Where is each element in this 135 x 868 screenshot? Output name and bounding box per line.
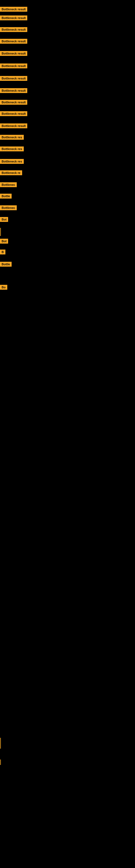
bottleneck-badge-container: Bo: [0, 285, 7, 291]
bottleneck-badge-container: Bottlenec: [0, 205, 17, 211]
bottleneck-badge: Bottleneck res: [0, 135, 24, 140]
bottleneck-badge: Bot: [0, 217, 8, 222]
site-title: [0, 1, 135, 4]
bottleneck-badge-container: Bottlenec: [0, 182, 17, 188]
bottleneck-badge: Bo: [0, 285, 7, 290]
bottleneck-badge-container: Bot: [0, 217, 8, 223]
bottleneck-badge: Bottleneck result: [0, 39, 27, 44]
bottleneck-badge-container: Bottleneck re: [0, 170, 22, 176]
bottleneck-badge-container: B: [0, 250, 5, 255]
bottleneck-badge: Bottleneck res: [0, 159, 24, 164]
bottleneck-badge-container: Bottleneck result: [0, 39, 27, 45]
bottleneck-badge: Bottle: [0, 194, 12, 198]
bottleneck-badge: Bottleneck result: [0, 27, 27, 32]
bottleneck-badge: Bottleneck result: [0, 111, 27, 116]
bottleneck-badge-container: Bottleneck result: [0, 7, 27, 13]
bottleneck-badge-container: Bottleneck result: [0, 111, 27, 117]
bottleneck-badge-container: Bottleneck res: [0, 135, 24, 141]
bottleneck-badge-container: Bottleneck res: [0, 147, 24, 152]
bottleneck-badge-container: Bottleneck res: [0, 159, 24, 165]
bottleneck-badge-container: Bottleneck result: [0, 51, 27, 57]
bottleneck-badge-container: Bottleneck result: [0, 88, 27, 94]
bottleneck-badge-container: Bottleneck result: [0, 27, 27, 33]
bottleneck-badge: Bottlenec: [0, 182, 17, 187]
bottleneck-badge: Bottleneck result: [0, 100, 27, 105]
bottleneck-badge-container: Bottleneck result: [0, 123, 27, 129]
bottleneck-badge-container: Bottle: [0, 194, 12, 199]
bottleneck-badge: Bottleneck result: [0, 16, 27, 20]
bottleneck-badge: Bottleneck result: [0, 88, 27, 93]
bottleneck-badge-container: Bottleneck result: [0, 100, 27, 106]
bottleneck-badge-container: Bottleneck result: [0, 16, 27, 22]
bottleneck-badge-container: Bottle: [0, 262, 12, 268]
bottleneck-badge: Bottleneck result: [0, 51, 27, 56]
bottleneck-badge: B: [0, 250, 5, 254]
bottleneck-badge-container: Bottleneck result: [0, 76, 27, 82]
bottleneck-badge-container: Bot: [0, 239, 8, 245]
bottleneck-badge: Bottleneck res: [0, 147, 24, 151]
bottleneck-badge: Bottleneck result: [0, 123, 27, 128]
vertical-line: [0, 228, 1, 236]
bottleneck-badge: Bottle: [0, 262, 12, 267]
bottleneck-badge: Bottlenec: [0, 205, 17, 210]
vertical-line: [0, 738, 1, 749]
vertical-line: [0, 760, 1, 765]
bottleneck-badge: Bot: [0, 239, 8, 244]
bottleneck-badge: Bottleneck result: [0, 63, 27, 68]
bottleneck-badge: Bottleneck result: [0, 76, 27, 81]
bottleneck-badge: Bottleneck result: [0, 7, 27, 12]
bottleneck-badge-container: Bottleneck result: [0, 63, 27, 69]
bottleneck-badge: Bottleneck re: [0, 170, 22, 175]
